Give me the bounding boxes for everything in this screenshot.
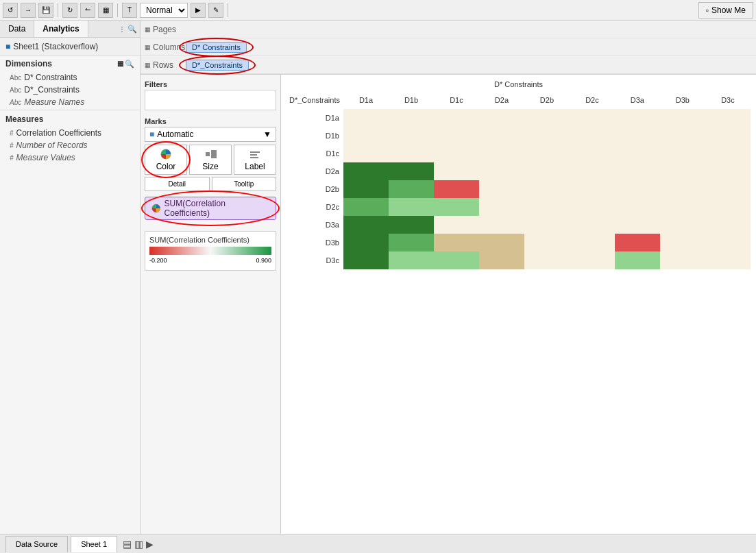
cell-r8-c1[interactable] <box>389 251 434 269</box>
cell-r6-c2[interactable] <box>434 216 479 234</box>
cell-r6-c8[interactable] <box>705 216 751 234</box>
search-icon[interactable]: 🔍 <box>127 25 137 34</box>
save-icon[interactable]: 💾 <box>38 3 53 18</box>
sum-pill[interactable]: SUM(Correlation Coefficients) <box>145 197 276 220</box>
cell-r1-c4[interactable] <box>524 127 570 145</box>
normal-select[interactable]: Normal <box>140 3 188 18</box>
cell-r2-c7[interactable] <box>660 145 705 162</box>
cell-r0-c7[interactable] <box>660 109 705 127</box>
cell-r5-c4[interactable] <box>524 198 570 216</box>
cell-r1-c8[interactable] <box>705 127 751 145</box>
color-button[interactable]: Color <box>145 145 187 175</box>
cell-r1-c2[interactable] <box>434 127 479 145</box>
cell-r7-c1[interactable] <box>389 234 434 251</box>
cell-r8-c2[interactable] <box>434 251 479 269</box>
cell-r7-c7[interactable] <box>660 234 705 251</box>
cell-r5-c2[interactable] <box>434 198 479 216</box>
measure-correlation-coefficients[interactable]: # Correlation Coefficients <box>0 127 140 139</box>
cell-r7-c6[interactable] <box>615 234 660 251</box>
dim-d-star-underscore-constraints[interactable]: Abc D*_Constraints <box>0 84 140 96</box>
cell-r5-c3[interactable] <box>479 198 524 216</box>
cell-r5-c0[interactable] <box>343 198 389 216</box>
cell-r3-c6[interactable] <box>615 162 660 180</box>
edit-icon[interactable]: ✎ <box>208 3 223 18</box>
cell-r2-c1[interactable] <box>389 145 434 162</box>
cell-r8-c6[interactable] <box>615 251 660 269</box>
cell-r0-c6[interactable] <box>615 109 660 127</box>
cell-r6-c7[interactable] <box>660 216 705 234</box>
cell-r0-c2[interactable] <box>434 109 479 127</box>
cell-r4-c6[interactable] <box>615 180 660 198</box>
cell-r2-c5[interactable] <box>570 145 615 162</box>
cell-r6-c6[interactable] <box>615 216 660 234</box>
cell-r8-c8[interactable] <box>705 251 751 269</box>
cell-r7-c3[interactable] <box>479 234 524 251</box>
cell-r0-c4[interactable] <box>524 109 570 127</box>
cell-r7-c8[interactable] <box>705 234 751 251</box>
sheet1-tab[interactable]: Sheet 1 <box>71 536 117 552</box>
cell-r3-c5[interactable] <box>570 162 615 180</box>
cell-r8-c5[interactable] <box>570 251 615 269</box>
cell-r6-c0[interactable] <box>343 216 389 234</box>
chart-icon[interactable]: ▦ <box>98 3 113 18</box>
cell-r7-c5[interactable] <box>570 234 615 251</box>
dim-measure-names[interactable]: Abc Measure Names <box>0 96 140 108</box>
cell-r8-c7[interactable] <box>660 251 705 269</box>
measure-measure-values[interactable]: # Measure Values <box>0 151 140 164</box>
dim-d-star-constraints[interactable]: Abc D* Constraints <box>0 71 140 84</box>
cell-r5-c7[interactable] <box>660 198 705 216</box>
undo-icon[interactable]: ↻ <box>62 3 77 18</box>
arrow-icon[interactable]: ▶ <box>191 3 206 18</box>
cell-r2-c6[interactable] <box>615 145 660 162</box>
show-me-button[interactable]: ▫ Show Me <box>698 2 753 19</box>
cell-r2-c3[interactable] <box>479 145 524 162</box>
cell-r1-c7[interactable] <box>660 127 705 145</box>
forward-icon[interactable]: → <box>21 3 36 18</box>
text-icon[interactable]: T <box>122 3 137 18</box>
cell-r1-c3[interactable] <box>479 127 524 145</box>
cell-r3-c8[interactable] <box>705 162 751 180</box>
cell-r1-c6[interactable] <box>615 127 660 145</box>
cell-r0-c5[interactable] <box>570 109 615 127</box>
columns-pill[interactable]: D* Constraints <box>186 42 247 53</box>
cell-r8-c4[interactable] <box>524 251 570 269</box>
cell-r0-c8[interactable] <box>705 109 751 127</box>
back-icon[interactable]: ↺ <box>3 3 18 18</box>
cell-r2-c2[interactable] <box>434 145 479 162</box>
marks-type-dropdown[interactable]: ■ Automatic ▼ <box>145 127 276 142</box>
cell-r0-c0[interactable] <box>343 109 389 127</box>
tooltip-button[interactable]: Tooltip <box>212 177 277 191</box>
cell-r1-c0[interactable] <box>343 127 389 145</box>
cell-r2-c8[interactable] <box>705 145 751 162</box>
present-icon[interactable]: ▶ <box>146 539 154 550</box>
cell-r6-c1[interactable] <box>389 216 434 234</box>
cell-r8-c3[interactable] <box>479 251 524 269</box>
cell-r3-c0[interactable] <box>343 162 389 180</box>
data-source-tab[interactable]: Data Source <box>5 536 68 552</box>
measure-number-of-records[interactable]: # Number of Records <box>0 139 140 151</box>
cell-r7-c2[interactable] <box>434 234 479 251</box>
cell-r5-c5[interactable] <box>570 198 615 216</box>
cell-r5-c6[interactable] <box>615 198 660 216</box>
cell-r4-c1[interactable] <box>389 180 434 198</box>
rows-pill[interactable]: D*_Constraints <box>186 60 249 71</box>
cell-r5-c1[interactable] <box>389 198 434 216</box>
tab-analytics[interactable]: Analytics <box>34 21 88 37</box>
search-dim-icon[interactable]: 🔍 <box>125 60 134 69</box>
grid-icon[interactable]: ⋮ <box>119 25 125 33</box>
cell-r4-c8[interactable] <box>705 180 751 198</box>
cell-r3-c3[interactable] <box>479 162 524 180</box>
cell-r2-c0[interactable] <box>343 145 389 162</box>
cell-r6-c4[interactable] <box>524 216 570 234</box>
redo-icon[interactable]: ↼ <box>80 3 95 18</box>
tab-data[interactable]: Data <box>0 21 34 37</box>
cell-r3-c7[interactable] <box>660 162 705 180</box>
cell-r7-c4[interactable] <box>524 234 570 251</box>
detail-button[interactable]: Detail <box>145 177 210 191</box>
cell-r0-c3[interactable] <box>479 109 524 127</box>
cell-r4-c0[interactable] <box>343 180 389 198</box>
add-sheet-icon[interactable]: ▤ <box>123 539 132 550</box>
cell-r3-c2[interactable] <box>434 162 479 180</box>
cell-r8-c0[interactable] <box>343 251 389 269</box>
cell-r2-c4[interactable] <box>524 145 570 162</box>
